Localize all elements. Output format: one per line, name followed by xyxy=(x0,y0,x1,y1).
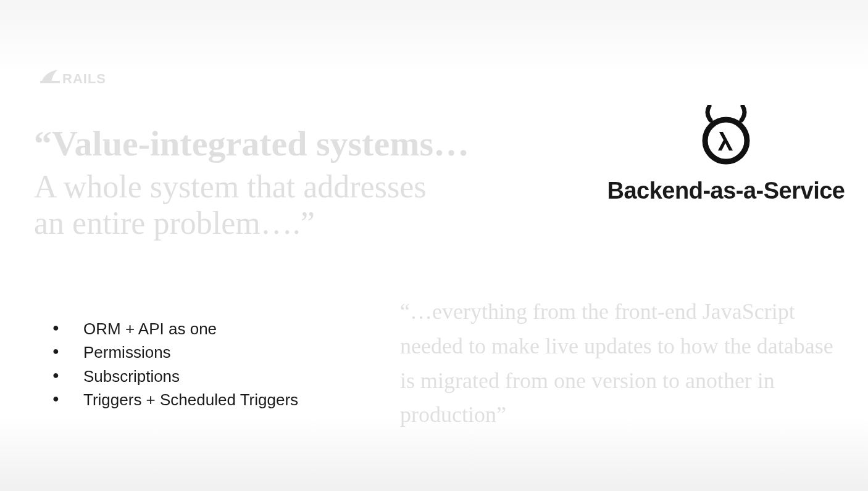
open-quote-mark: “ xyxy=(34,123,52,163)
quote-body-line2: an entire problem….” xyxy=(34,205,315,241)
bullet-item: Triggers + Scheduled Triggers xyxy=(52,389,298,411)
quote-title-text: Value-integrated systems xyxy=(52,123,433,163)
rails-logo: RAILS xyxy=(40,65,114,92)
quote-body-line1: A whole system that addresses xyxy=(34,169,426,204)
main-quote-block: “Value-integrated systems… A whole syste… xyxy=(34,123,577,242)
quote-title: “Value-integrated systems… xyxy=(34,123,577,165)
hasura-lambda-icon xyxy=(698,105,754,167)
quote-title-trail: … xyxy=(433,123,469,163)
baas-title: Backend-as-a-Service xyxy=(596,178,856,204)
bullet-item: ORM + API as one xyxy=(52,318,298,340)
side-quote-block: “…everything from the front-end JavaScri… xyxy=(400,295,845,432)
baas-section: Backend-as-a-Service xyxy=(596,105,856,204)
bullet-item: Permissions xyxy=(52,341,298,363)
svg-rect-0 xyxy=(40,81,60,83)
feature-bullets: ORM + API as one Permissions Subscriptio… xyxy=(52,318,298,413)
svg-text:RAILS: RAILS xyxy=(62,71,106,86)
quote-body: A whole system that addresses an entire … xyxy=(34,168,577,242)
bullet-item: Subscriptions xyxy=(52,365,298,387)
